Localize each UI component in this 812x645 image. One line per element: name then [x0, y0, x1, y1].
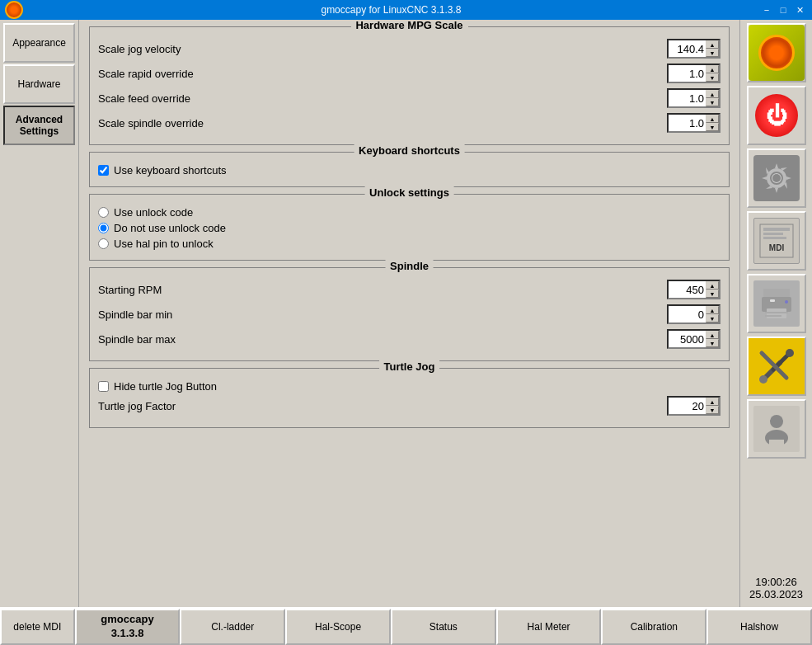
spindle-bar-max-down[interactable]: ▼: [706, 339, 719, 347]
spindle-bar-max-row: Spindle bar max ▲ ▼: [98, 329, 720, 349]
scale-feed-override-row: Scale feed override ▲ ▼: [98, 88, 720, 108]
spindle-bar-min-field[interactable]: [669, 308, 706, 322]
scale-spindle-override-field[interactable]: [669, 116, 706, 130]
unlock-settings-title: Unlock settings: [364, 186, 454, 199]
no-unlock-code-label: Do not use unlock code: [114, 222, 226, 234]
scale-rapid-override-up[interactable]: ▲: [706, 65, 719, 73]
turtle-jog-factor-label: Turtle jog Factor: [98, 400, 176, 412]
svg-rect-4: [763, 228, 790, 231]
keyboard-shortcuts-checkbox[interactable]: [98, 165, 109, 176]
no-unlock-code-radio[interactable]: [98, 223, 109, 233]
scale-spindle-override-input[interactable]: ▲ ▼: [667, 113, 720, 133]
printer-icon: [753, 280, 800, 327]
center-panel: Hardware MPG Scale Scale jog velocity ▲ …: [79, 20, 739, 607]
scale-feed-override-down[interactable]: ▼: [706, 98, 719, 106]
window-controls: − □ ✕: [759, 2, 807, 17]
hide-turtle-label: Hide turtle Jog Button: [114, 380, 217, 393]
hal-scope-button[interactable]: Hal-Scope: [285, 609, 391, 645]
cnc-home-button[interactable]: [747, 23, 806, 82]
scale-rapid-override-field[interactable]: [669, 67, 706, 81]
spindle-bar-max-spinners: ▲ ▼: [706, 331, 719, 347]
scale-jog-velocity-up[interactable]: ▲: [706, 40, 719, 49]
turtle-jog-group: Turtle Jog Hide turtle Jog Button Turtle…: [89, 368, 730, 428]
turtle-jog-factor-down[interactable]: ▼: [706, 406, 719, 414]
svg-rect-11: [770, 299, 775, 302]
scale-rapid-override-input[interactable]: ▲ ▼: [667, 64, 720, 83]
scale-jog-velocity-label: Scale jog velocity: [98, 43, 181, 55]
settings-button[interactable]: [747, 148, 806, 208]
svg-rect-12: [765, 312, 788, 313]
taskbar: delete MDI gmoccapy 3.1.3.8 Cl.-ladder H…: [0, 607, 812, 645]
scale-spindle-override-label: Scale spindle override: [98, 117, 204, 129]
printer-button[interactable]: [747, 274, 806, 333]
sidebar-item-advanced-settings[interactable]: Advanced Settings: [3, 106, 75, 145]
hide-turtle-checkbox[interactable]: [98, 381, 109, 392]
mdi-button[interactable]: MDI: [747, 211, 806, 271]
tools-button[interactable]: [747, 337, 806, 396]
sidebar-item-hardware[interactable]: Hardware: [3, 64, 75, 104]
cnc-home-inner: [758, 35, 795, 71]
window-title: gmoccapy for LinuxCNC 3.1.3.8: [23, 4, 759, 16]
scale-rapid-override-down[interactable]: ▼: [706, 73, 719, 82]
spindle-bar-min-down[interactable]: ▼: [706, 314, 719, 322]
starting-rpm-down[interactable]: ▼: [706, 290, 719, 298]
scale-feed-override-input[interactable]: ▲ ▼: [667, 88, 720, 108]
settings-gear-icon: [753, 155, 800, 201]
hal-meter-button[interactable]: Hal Meter: [496, 609, 602, 645]
unlock-settings-group: Unlock settings Use unlock code Do not u…: [89, 194, 730, 261]
spindle-bar-min-input[interactable]: ▲ ▼: [667, 304, 720, 324]
turtle-jog-factor-up[interactable]: ▲: [706, 398, 719, 406]
scale-rapid-override-row: Scale rapid override ▲ ▼: [98, 64, 720, 83]
unlock-code-radio[interactable]: [98, 207, 109, 218]
scale-feed-override-field[interactable]: [669, 92, 706, 106]
scale-spindle-override-down[interactable]: ▼: [706, 123, 719, 131]
hardware-mpg-scale-title: Hardware MPG Scale: [350, 20, 467, 31]
turtle-jog-factor-field[interactable]: [669, 399, 706, 413]
spindle-bar-max-input[interactable]: ▲ ▼: [667, 329, 720, 349]
sidebar: Appearance Hardware Advanced Settings: [0, 20, 79, 607]
starting-rpm-up[interactable]: ▲: [706, 281, 719, 290]
delete-mdi-button[interactable]: delete MDI: [0, 609, 75, 645]
person-icon: [753, 406, 800, 452]
turtle-jog-factor-input[interactable]: ▲ ▼: [667, 396, 720, 416]
unlock-settings-content: Use unlock code Do not use unlock code U…: [90, 195, 729, 260]
calibration-button[interactable]: Calibration: [601, 609, 706, 645]
content-area: Appearance Hardware Advanced Settings Ha…: [0, 20, 812, 607]
scale-jog-velocity-field[interactable]: [669, 42, 706, 56]
close-button[interactable]: ✕: [792, 2, 807, 17]
starting-rpm-field[interactable]: [669, 283, 706, 297]
minimize-button[interactable]: −: [759, 2, 774, 17]
scale-rapid-override-label: Scale rapid override: [98, 68, 194, 80]
hardware-mpg-scale-content: Scale jog velocity ▲ ▼ Scale rapid overr…: [90, 27, 729, 144]
status-button[interactable]: Status: [391, 609, 496, 645]
spindle-bar-min-up[interactable]: ▲: [706, 306, 719, 314]
spindle-bar-min-row: Spindle bar min ▲ ▼: [98, 304, 720, 324]
cl-ladder-button[interactable]: Cl.-ladder: [180, 609, 285, 645]
starting-rpm-input[interactable]: ▲ ▼: [667, 280, 720, 299]
power-button[interactable]: ⏻: [747, 86, 806, 145]
scale-spindle-override-up[interactable]: ▲: [706, 115, 719, 123]
scale-feed-override-up[interactable]: ▲: [706, 90, 719, 98]
svg-point-18: [786, 349, 794, 357]
scale-rapid-override-spinners: ▲ ▼: [706, 65, 719, 82]
svg-rect-5: [763, 233, 783, 235]
time-value: 19:00:26: [749, 576, 803, 588]
svg-rect-6: [763, 237, 786, 239]
svg-rect-13: [765, 315, 781, 317]
spindle-bar-max-up[interactable]: ▲: [706, 331, 719, 339]
keyboard-shortcuts-group: Keyboard shortcuts Use keyboard shortcut…: [89, 152, 730, 187]
scale-jog-velocity-down[interactable]: ▼: [706, 49, 719, 57]
spindle-bar-max-field[interactable]: [669, 332, 706, 346]
power-icon: ⏻: [755, 94, 798, 137]
mdi-icon: MDI: [753, 218, 800, 264]
hide-turtle-checkbox-row: Hide turtle Jog Button: [98, 380, 720, 393]
hal-pin-unlock-label: Use hal pin to unlock: [114, 238, 214, 250]
hal-pin-unlock-radio[interactable]: [98, 238, 109, 249]
maximize-button[interactable]: □: [776, 2, 791, 17]
sidebar-item-appearance[interactable]: Appearance: [3, 23, 75, 63]
halshow-button[interactable]: Halshow: [706, 609, 812, 645]
gmoccapy-button[interactable]: gmoccapy 3.1.3.8: [75, 609, 181, 645]
scale-jog-velocity-input[interactable]: ▲ ▼: [667, 39, 720, 59]
svg-point-2: [772, 174, 781, 182]
person-button[interactable]: [747, 399, 806, 459]
